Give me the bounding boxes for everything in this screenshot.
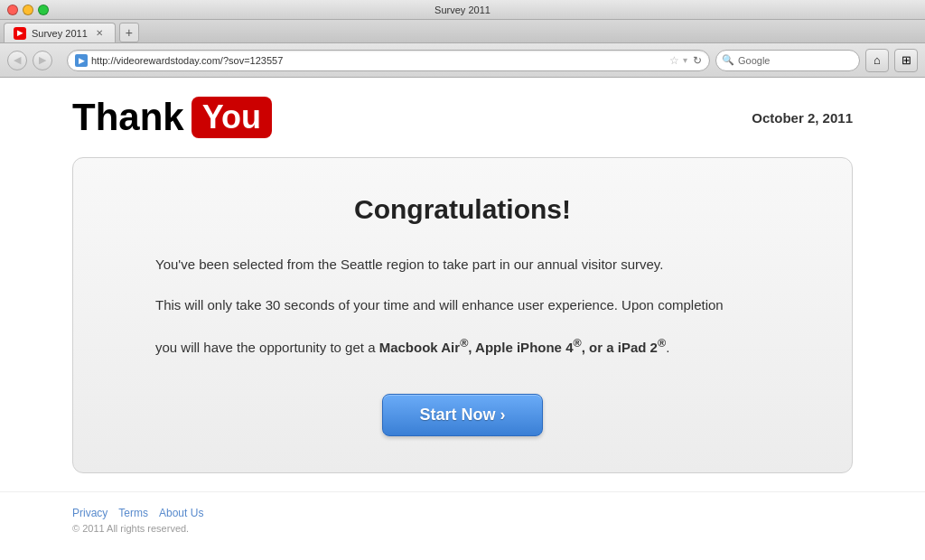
forward-button[interactable]: ▶ <box>33 51 52 70</box>
title-bar: Survey 2011 <box>0 0 925 20</box>
terms-link[interactable]: Terms <box>118 507 148 519</box>
tab-bar: ▶ Survey 2011 ✕ + <box>0 20 925 43</box>
address-favicon: ▶ <box>75 54 88 67</box>
toolbar: ◀ ▶ ▶ http://videorewardstoday.com/?sov=… <box>0 43 925 78</box>
card-body: You've been selected from the Seattle re… <box>155 252 770 376</box>
search-bar[interactable]: 🔍 Google <box>715 50 860 71</box>
close-button[interactable] <box>7 5 18 15</box>
card-paragraph-2: This will only take 30 seconds of your t… <box>155 293 770 317</box>
footer-links: Privacy Terms About Us <box>72 507 853 519</box>
address-text: http://videorewardstoday.com/?sov=123557 <box>91 55 664 66</box>
logo-thank: Thank <box>72 96 184 139</box>
survey-card: Congratulations! You've been selected fr… <box>72 157 853 473</box>
search-placeholder: Google <box>738 55 854 66</box>
tab-favicon: ▶ <box>14 27 26 40</box>
logo: Thank You <box>72 96 272 139</box>
menu-button[interactable]: ⊞ <box>894 49 918 72</box>
page-footer: Privacy Terms About Us © 2011 All rights… <box>0 491 925 548</box>
window-title: Survey 2011 <box>434 5 491 15</box>
card-title: Congratulations! <box>354 194 571 225</box>
card-paragraph-1: You've been selected from the Seattle re… <box>155 252 770 276</box>
dropdown-icon[interactable]: ▾ <box>683 55 687 65</box>
copyright: © 2011 All rights reserved. <box>72 523 853 534</box>
tab-survey[interactable]: ▶ Survey 2011 ✕ <box>4 23 116 42</box>
minimize-button[interactable] <box>23 5 33 15</box>
prizes: Macbook Air®, Apple iPhone 4®, or a iPad… <box>379 340 666 355</box>
browser-content: Thank You October 2, 2011 Congratulation… <box>0 78 925 560</box>
maximize-button[interactable] <box>38 5 49 15</box>
card-paragraph-3: you will have the opportunity to get a M… <box>155 333 770 359</box>
window-controls <box>7 5 49 15</box>
about-link[interactable]: About Us <box>159 507 203 519</box>
page: Thank You October 2, 2011 Congratulation… <box>0 78 925 560</box>
page-date: October 2, 2011 <box>752 110 853 126</box>
tab-label: Survey 2011 <box>32 28 88 39</box>
page-header: Thank You October 2, 2011 <box>0 78 925 148</box>
start-now-button[interactable]: Start Now › <box>382 394 542 436</box>
privacy-link[interactable]: Privacy <box>72 507 107 519</box>
address-bar[interactable]: ▶ http://videorewardstoday.com/?sov=1235… <box>67 50 710 71</box>
home-button[interactable]: ⌂ <box>865 49 889 72</box>
search-icon: 🔍 <box>722 54 734 66</box>
refresh-icon[interactable]: ↻ <box>693 54 702 67</box>
new-tab-button[interactable]: + <box>119 23 139 42</box>
back-button[interactable]: ◀ <box>7 51 27 70</box>
logo-you: You <box>192 97 272 138</box>
tab-close-icon[interactable]: ✕ <box>93 27 106 40</box>
bookmark-icon[interactable]: ☆ <box>669 54 679 67</box>
